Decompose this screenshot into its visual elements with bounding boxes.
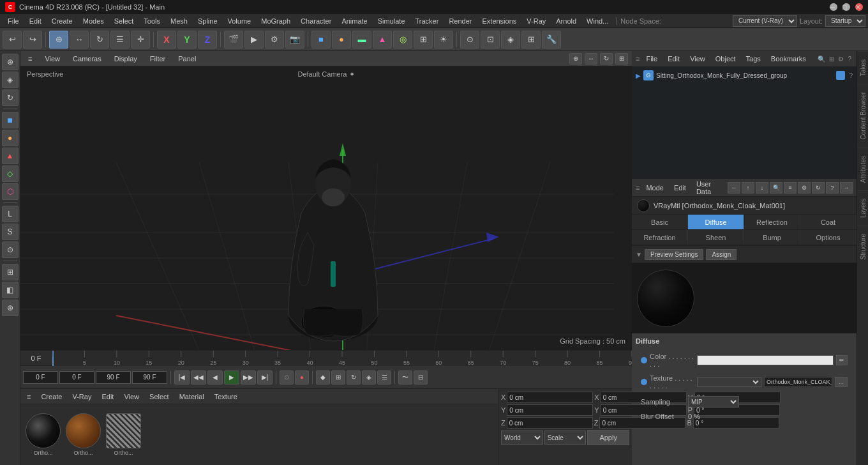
sidebar-btn-12[interactable]: ⊞: [2, 264, 19, 280]
diffuse-color-swatch[interactable]: [697, 355, 834, 365]
start-frame-input[interactable]: [23, 371, 58, 384]
cone-button[interactable]: ▲: [373, 31, 392, 49]
mat-back-button[interactable]: ←: [728, 182, 740, 194]
vp-ctrl-1[interactable]: ⊕: [569, 53, 582, 65]
mat-search-button[interactable]: 🔍: [770, 182, 782, 194]
cb-menu-toggle[interactable]: ≡: [23, 392, 34, 402]
move-tool-button[interactable]: ⊕: [49, 31, 68, 49]
record-button[interactable]: ⊙: [280, 370, 294, 385]
diffuse-texture-select[interactable]: [697, 377, 761, 387]
menu-vray[interactable]: V-Ray: [521, 16, 551, 26]
sidebar-btn-7[interactable]: ◇: [2, 165, 19, 182]
playback-button[interactable]: ▶: [244, 31, 264, 49]
menu-extensions[interactable]: Extensions: [477, 16, 521, 26]
cb-menu-select[interactable]: Select: [146, 392, 173, 402]
vp-menu-panel[interactable]: Panel: [174, 54, 200, 64]
cb-menu-edit[interactable]: Edit: [98, 392, 117, 402]
menu-select[interactable]: Select: [109, 16, 139, 26]
menu-animate[interactable]: Animate: [336, 16, 372, 26]
sidebar-btn-1[interactable]: ⊕: [2, 54, 19, 70]
light-button[interactable]: ☀: [434, 31, 453, 49]
current-frame-input[interactable]: [59, 371, 94, 384]
diffuse-sampling-select[interactable]: MIP None Summed: [688, 396, 739, 408]
tab-reflection[interactable]: Reflection: [744, 215, 800, 229]
render-button[interactable]: ⚙: [265, 31, 284, 49]
ik-button[interactable]: ↻: [347, 370, 361, 385]
grid-tc-button[interactable]: ⊟: [414, 370, 428, 385]
sidebar-btn-2[interactable]: ◈: [2, 72, 19, 88]
obj-menu-file[interactable]: File: [642, 54, 661, 64]
torus-button[interactable]: ◎: [393, 31, 412, 49]
sidebar-btn-6[interactable]: ▲: [2, 148, 19, 164]
mat-up-button[interactable]: ↑: [742, 182, 754, 194]
diffuse-enable-dot[interactable]: [641, 357, 647, 363]
close-button[interactable]: ✕: [855, 3, 863, 11]
menu-render[interactable]: Render: [444, 16, 477, 26]
coord-y-pos[interactable]: [507, 404, 593, 416]
vp-menu-toggle[interactable]: ≡: [24, 54, 36, 64]
mode-object[interactable]: ⊙: [460, 31, 479, 49]
tab-refraction[interactable]: Refraction: [632, 230, 688, 245]
mat-question-button[interactable]: ?: [826, 182, 839, 194]
go-end-button[interactable]: ▶|: [257, 370, 273, 385]
menu-simulate[interactable]: Simulate: [373, 16, 410, 26]
mat-props-menu-icon[interactable]: ≡: [636, 184, 640, 192]
mat-down-button[interactable]: ↓: [756, 182, 768, 194]
tab-sheen[interactable]: Sheen: [688, 230, 744, 245]
motion-button[interactable]: ⊞: [331, 370, 345, 385]
layout-select[interactable]: Startup: [825, 15, 865, 27]
menu-spline[interactable]: Spline: [193, 16, 223, 26]
obj-menu-view[interactable]: View: [686, 54, 709, 64]
obj-filter-icon[interactable]: ⊞: [828, 54, 835, 64]
snap-button[interactable]: 🔧: [542, 31, 561, 49]
menu-modes[interactable]: Modes: [78, 16, 109, 26]
vtab-attributes[interactable]: Attributes: [857, 148, 868, 190]
tab-options[interactable]: Options: [800, 230, 857, 245]
vp-menu-cameras[interactable]: Cameras: [69, 54, 105, 64]
tab-bump[interactable]: Bump: [744, 230, 800, 245]
sphere-button[interactable]: ●: [332, 31, 351, 49]
vp-ctrl-2[interactable]: ↔: [585, 53, 597, 65]
preview-collapse-icon[interactable]: ▼: [636, 251, 642, 258]
axis-y-button[interactable]: Y: [177, 31, 197, 49]
mode-tool[interactable]: ◈: [501, 31, 520, 49]
key-button[interactable]: ◆: [316, 370, 330, 385]
sidebar-btn-11[interactable]: ⊙: [2, 241, 19, 258]
camera-button[interactable]: 📷: [285, 31, 304, 49]
sidebar-btn-14[interactable]: ⊕: [2, 300, 19, 316]
diffuse-texture-browse-button[interactable]: …: [835, 377, 848, 387]
mat-menu-edit[interactable]: Edit: [670, 183, 690, 193]
menu-create[interactable]: Create: [47, 16, 78, 26]
undo-button[interactable]: ↩: [3, 31, 22, 49]
scale-dropdown[interactable]: Scale: [544, 431, 587, 445]
sidebar-btn-10[interactable]: S: [2, 224, 19, 240]
obj-menu-object[interactable]: Object: [712, 54, 740, 64]
sidebar-btn-13[interactable]: ◧: [2, 282, 19, 298]
obj-search-icon[interactable]: 🔍: [816, 54, 827, 64]
cb-menu-texture[interactable]: Texture: [211, 392, 241, 402]
object-item-main[interactable]: ▶ G Sitting_Orthodox_Monk_Fully_Dressed_…: [632, 69, 857, 82]
sidebar-btn-5[interactable]: ●: [2, 130, 19, 146]
world-dropdown[interactable]: World Object: [501, 431, 543, 445]
cb-menu-view[interactable]: View: [120, 392, 143, 402]
timeline-bar[interactable]: 0 F 051015202530354045505560657075808590: [20, 350, 632, 365]
vp-menu-display[interactable]: Display: [110, 54, 141, 64]
tab-basic[interactable]: Basic: [632, 215, 688, 229]
vp-ctrl-3[interactable]: ↻: [600, 53, 613, 65]
axis-x-button[interactable]: X: [157, 31, 176, 49]
sidebar-btn-9[interactable]: L: [2, 206, 19, 222]
obj-menu-bookmarks[interactable]: Bookmarks: [767, 54, 810, 64]
cb-menu-material[interactable]: Material: [176, 392, 208, 402]
play-button[interactable]: ▶: [224, 370, 239, 385]
grid-button[interactable]: ⊞: [414, 31, 433, 49]
next-button[interactable]: ▶▶: [241, 370, 256, 385]
end-frame-input-2[interactable]: [132, 371, 167, 384]
mat-menu-userdata[interactable]: User Data: [692, 179, 725, 197]
3d-viewport[interactable]: Perspective Default Camera ✦ Grid Spacin…: [20, 66, 632, 350]
wave-button[interactable]: 〜: [398, 370, 412, 385]
assign-button[interactable]: Assign: [706, 249, 737, 260]
layer-tc-button[interactable]: ☰: [377, 370, 391, 385]
menu-wind[interactable]: Wind...: [581, 16, 613, 26]
material-item-1[interactable]: Ortho...: [26, 413, 61, 456]
mode-scene[interactable]: ⊡: [481, 31, 500, 49]
